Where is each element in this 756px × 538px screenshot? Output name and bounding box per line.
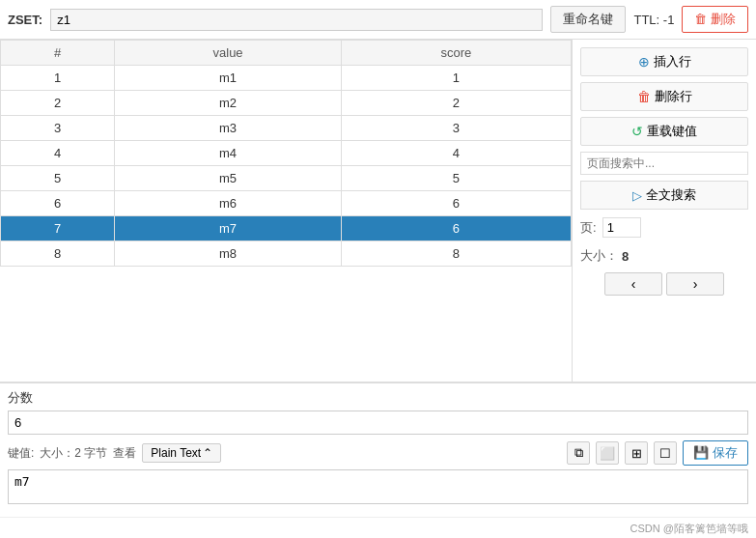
view-label: 查看 <box>113 445 136 462</box>
cell-num: 8 <box>1 241 115 267</box>
bracket-icon-button[interactable]: ☐ <box>654 441 677 465</box>
plain-text-label: Plain Text <box>151 446 201 460</box>
copy-icon-button-1[interactable]: ⧉ <box>567 441 590 465</box>
col-header-score: score <box>341 41 571 66</box>
copy-icon-button-2[interactable]: ⬜ <box>596 441 619 465</box>
cell-value: m6 <box>115 191 342 216</box>
table-row[interactable]: 4 m4 4 <box>1 141 572 166</box>
cell-value: m4 <box>115 141 342 166</box>
right-panel: ⊕ 插入行 🗑 删除行 ↺ 重载键值 ▷ 全文搜索 页: 大小： <box>573 40 756 382</box>
insert-row-button[interactable]: ⊕ 插入行 <box>580 47 748 76</box>
reload-button[interactable]: ↺ 重载键值 <box>580 117 748 146</box>
cell-num: 7 <box>1 216 115 241</box>
score-value-input[interactable] <box>8 411 748 435</box>
cell-num: 1 <box>1 66 115 91</box>
icon-buttons: ⧉ ⬜ ⊞ ☐ 💾 保存 <box>567 440 748 466</box>
size-label: 大小： <box>580 247 618 265</box>
table-row[interactable]: 3 m3 3 <box>1 116 572 141</box>
cell-score: 8 <box>341 241 571 267</box>
cell-num: 2 <box>1 91 115 116</box>
footer-bar: CSDN @陌客篱笆墙等哦 <box>0 517 756 538</box>
value-textarea[interactable]: m7 <box>8 469 748 504</box>
table-wrapper[interactable]: # value score 1 m1 1 2 m2 2 3 m3 3 4 m4 <box>0 40 572 382</box>
cell-score: 6 <box>341 191 571 216</box>
table-row[interactable]: 8 m8 8 <box>1 241 572 267</box>
prev-page-button[interactable]: ‹ <box>604 272 662 296</box>
cell-score: 3 <box>341 116 571 141</box>
cell-num: 6 <box>1 191 115 216</box>
nav-buttons: ‹ › <box>580 272 748 296</box>
cell-value: m2 <box>115 91 342 116</box>
page-search-input[interactable] <box>580 152 748 175</box>
cell-score: 5 <box>341 166 571 191</box>
chevron-icon: ⌃ <box>203 446 212 460</box>
page-label: 页: <box>580 219 597 237</box>
delete-button[interactable]: 🗑 删除 <box>682 6 748 33</box>
trash-row-icon: 🗑 <box>637 89 651 104</box>
table-row[interactable]: 7 m7 6 <box>1 216 572 241</box>
key-size-text: 大小：2 字节 <box>40 445 107 462</box>
cell-score: 1 <box>341 66 571 91</box>
cell-value: m1 <box>115 66 342 91</box>
cell-num: 4 <box>1 141 115 166</box>
col-header-value: value <box>115 41 342 66</box>
cell-value: m8 <box>115 241 342 267</box>
size-value: 8 <box>622 249 629 264</box>
trash-icon: 🗑 <box>694 12 707 26</box>
content-area: # value score 1 m1 1 2 m2 2 3 m3 3 4 m4 <box>0 40 756 382</box>
save-icon: 💾 <box>693 445 709 460</box>
table-section: # value score 1 m1 1 2 m2 2 3 m3 3 4 m4 <box>0 40 573 382</box>
cell-score: 6 <box>341 216 571 241</box>
plus-circle-icon: ⊕ <box>638 54 650 70</box>
zset-label: ZSET: <box>8 13 42 27</box>
bottom-section: 分数 键值: 大小：2 字节 查看 Plain Text ⌃ ⧉ ⬜ ⊞ ☐ 💾… <box>0 382 756 517</box>
cell-score: 4 <box>341 141 571 166</box>
delete-row-button[interactable]: 🗑 删除行 <box>580 82 748 111</box>
save-button[interactable]: 💾 保存 <box>683 440 748 466</box>
key-info-label: 键值: <box>8 445 34 462</box>
top-bar: ZSET: 重命名键 TTL: -1 🗑 删除 <box>0 0 756 40</box>
next-page-button[interactable]: › <box>666 272 724 296</box>
col-header-num: # <box>1 41 115 66</box>
key-info-bar: 键值: 大小：2 字节 查看 Plain Text ⌃ ⧉ ⬜ ⊞ ☐ 💾 保存 <box>8 440 748 466</box>
fulltext-search-button[interactable]: ▷ 全文搜索 <box>580 181 748 210</box>
page-info: 页: <box>580 215 748 240</box>
play-icon: ▷ <box>632 188 642 203</box>
cell-value: m5 <box>115 166 342 191</box>
view-type-button[interactable]: Plain Text ⌃ <box>142 443 221 463</box>
cell-score: 2 <box>341 91 571 116</box>
zset-key-input[interactable] <box>50 9 543 31</box>
watermark: CSDN @陌客篱笆墙等哦 <box>630 522 748 536</box>
reload-icon: ↺ <box>631 124 643 139</box>
rename-button[interactable]: 重命名键 <box>550 6 626 33</box>
cell-value: m7 <box>115 216 342 241</box>
table-row[interactable]: 5 m5 5 <box>1 166 572 191</box>
table-row[interactable]: 6 m6 6 <box>1 191 572 216</box>
cell-num: 5 <box>1 166 115 191</box>
table-row[interactable]: 2 m2 2 <box>1 91 572 116</box>
cell-value: m3 <box>115 116 342 141</box>
size-info: 大小： 8 <box>580 245 748 267</box>
table-row[interactable]: 1 m1 1 <box>1 66 572 91</box>
ttl-label: TTL: -1 <box>633 13 674 27</box>
page-input[interactable] <box>602 217 641 238</box>
score-label: 分数 <box>8 389 748 407</box>
data-table: # value score 1 m1 1 2 m2 2 3 m3 3 4 m4 <box>0 40 572 267</box>
copy-icon-button-3[interactable]: ⊞ <box>625 441 648 465</box>
cell-num: 3 <box>1 116 115 141</box>
